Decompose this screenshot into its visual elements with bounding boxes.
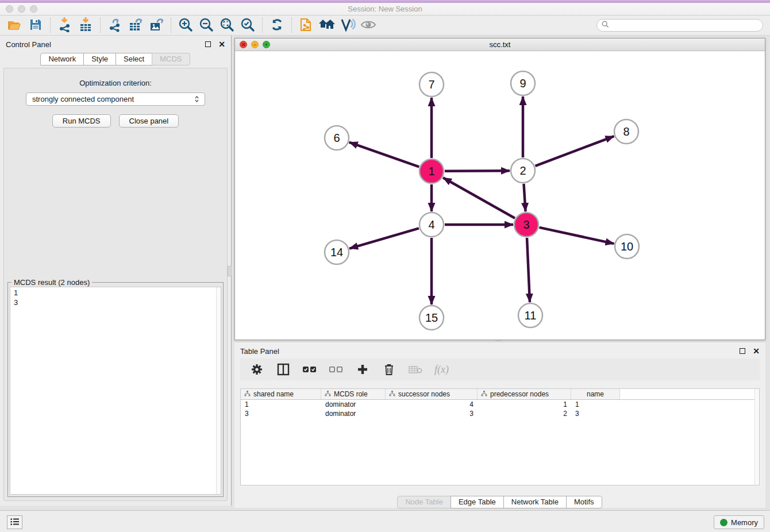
- table-settings-button[interactable]: [249, 362, 264, 377]
- open-session-button[interactable]: [5, 17, 25, 34]
- save-session-button[interactable]: [25, 17, 46, 34]
- table-row[interactable]: 1dominator411: [241, 400, 759, 409]
- node-6[interactable]: 6: [325, 126, 349, 150]
- cell-shared-name[interactable]: 3: [241, 409, 321, 418]
- run-mcds-button[interactable]: Run MCDS: [52, 114, 111, 128]
- node-3[interactable]: 3: [514, 213, 538, 237]
- node-4[interactable]: 4: [419, 213, 444, 237]
- cell-name[interactable]: 3: [571, 409, 620, 418]
- vertical-splitter-handle[interactable]: [228, 266, 232, 276]
- edge-1-2[interactable]: [445, 171, 510, 171]
- select-all-columns-button[interactable]: [302, 362, 317, 377]
- tab-style[interactable]: Style: [83, 53, 116, 65]
- export-image-button[interactable]: [146, 17, 167, 34]
- float-panel-icon[interactable]: [740, 348, 745, 354]
- import-network-button[interactable]: [55, 17, 75, 34]
- cell-predecessor-nodes[interactable]: 2: [478, 409, 571, 418]
- cell-name[interactable]: 1: [571, 400, 620, 409]
- edge-3-10[interactable]: [539, 228, 614, 244]
- cell-predecessor-nodes[interactable]: 1: [478, 400, 571, 409]
- function-builder-button: f(x): [434, 364, 449, 376]
- tab-mcds[interactable]: MCDS: [152, 53, 190, 65]
- export-network-button[interactable]: [105, 17, 125, 34]
- column-header-successor-nodes[interactable]: successor nodes: [386, 389, 478, 399]
- delete-column-button[interactable]: [382, 362, 396, 377]
- zoom-in-button[interactable]: [175, 17, 196, 34]
- node-8[interactable]: 8: [614, 119, 638, 144]
- cell-successor-nodes[interactable]: 3: [386, 409, 478, 418]
- network-graph-canvas[interactable]: 7968124314101511: [235, 51, 765, 340]
- search-icon: [602, 21, 609, 30]
- tab-edge-table[interactable]: Edge Table: [451, 496, 504, 508]
- network-from-file-button[interactable]: [296, 17, 317, 34]
- optimization-criterion-dropdown[interactable]: strongly connected component: [26, 92, 205, 106]
- node-table-header[interactable]: shared nameMCDS rolesuccessor nodesprede…: [241, 389, 759, 400]
- task-history-button[interactable]: [7, 515, 22, 529]
- cell-successor-nodes[interactable]: 4: [386, 400, 478, 409]
- save-disk-icon: [29, 18, 42, 33]
- export-table-button[interactable]: [125, 17, 146, 34]
- mcds-result-text[interactable]: 13: [10, 287, 221, 495]
- cell-MCDS-role[interactable]: dominator: [321, 409, 386, 418]
- close-panel-icon[interactable]: ✕: [218, 41, 225, 47]
- close-panel-icon[interactable]: ✕: [753, 348, 760, 354]
- node-11[interactable]: 11: [518, 303, 542, 327]
- column-label: name: [587, 390, 604, 398]
- column-header-name[interactable]: name: [571, 389, 620, 399]
- edge-3-1[interactable]: [443, 178, 515, 218]
- global-search-field[interactable]: [596, 19, 763, 32]
- tab-network-table[interactable]: Network Table: [503, 496, 567, 508]
- mcds-result-group: MCDS result (2 nodes) 13: [7, 282, 224, 497]
- column-header-shared-name[interactable]: shared name: [241, 389, 321, 399]
- column-header-predecessor-nodes[interactable]: predecessor nodes: [478, 389, 571, 399]
- node-7[interactable]: 7: [419, 72, 444, 97]
- network-minimize-button[interactable]: −: [251, 41, 259, 48]
- node-14[interactable]: 14: [325, 240, 349, 264]
- result-scrollbar[interactable]: [216, 287, 221, 494]
- column-header-MCDS-role[interactable]: MCDS role: [321, 389, 386, 399]
- deselect-all-columns-button[interactable]: [329, 362, 344, 377]
- cell-MCDS-role[interactable]: dominator: [321, 400, 386, 409]
- node-9[interactable]: 9: [511, 71, 535, 95]
- hide-visual-mapping-button[interactable]: [337, 17, 358, 34]
- network-window-titlebar[interactable]: ✕ − + scc.txt: [235, 38, 765, 51]
- edge-1-6[interactable]: [349, 142, 419, 167]
- eye-icon: [360, 19, 376, 32]
- create-column-button[interactable]: [355, 362, 370, 377]
- node-2[interactable]: 2: [511, 159, 535, 183]
- tab-motifs[interactable]: Motifs: [566, 496, 602, 508]
- home-button[interactable]: [317, 17, 337, 34]
- zoom-fit-button[interactable]: [217, 17, 237, 34]
- edge-2-8[interactable]: [536, 136, 614, 166]
- tab-network[interactable]: Network: [40, 53, 84, 65]
- node-10[interactable]: 10: [615, 234, 639, 259]
- apply-layout-button[interactable]: [267, 17, 287, 34]
- edge-3-11[interactable]: [527, 238, 530, 302]
- search-input[interactable]: [612, 20, 763, 30]
- zoom-out-icon: [199, 17, 214, 34]
- tab-node-table[interactable]: Node Table: [397, 496, 451, 508]
- float-panel-icon[interactable]: [205, 41, 211, 47]
- export-network-icon: [107, 17, 122, 34]
- table-toolbar: f(x): [240, 358, 760, 380]
- edge-2-3[interactable]: [523, 184, 525, 211]
- cell-shared-name[interactable]: 1: [241, 400, 321, 409]
- close-panel-button[interactable]: Close panel: [119, 114, 179, 128]
- network-maximize-button[interactable]: +: [263, 41, 270, 48]
- tab-select[interactable]: Select: [116, 53, 152, 65]
- node-1[interactable]: 1: [419, 159, 444, 183]
- mcds-result-title: MCDS result (2 nodes): [11, 278, 92, 287]
- zoom-out-button[interactable]: [196, 17, 217, 34]
- edge-4-14[interactable]: [349, 228, 419, 248]
- show-visual-mapping-button[interactable]: [358, 17, 379, 34]
- network-close-button[interactable]: ✕: [240, 41, 247, 48]
- zoom-selected-button[interactable]: [237, 17, 258, 34]
- import-table-button[interactable]: [75, 17, 96, 34]
- column-label: shared name: [253, 390, 294, 398]
- memory-button[interactable]: Memory: [714, 515, 764, 529]
- node-table[interactable]: shared nameMCDS rolesuccessor nodesprede…: [240, 388, 760, 485]
- node-15[interactable]: 15: [419, 306, 444, 330]
- table-scrollbar[interactable]: [754, 389, 759, 485]
- table-row[interactable]: 3dominator323: [241, 409, 759, 418]
- toggle-column-view-button[interactable]: [276, 362, 291, 377]
